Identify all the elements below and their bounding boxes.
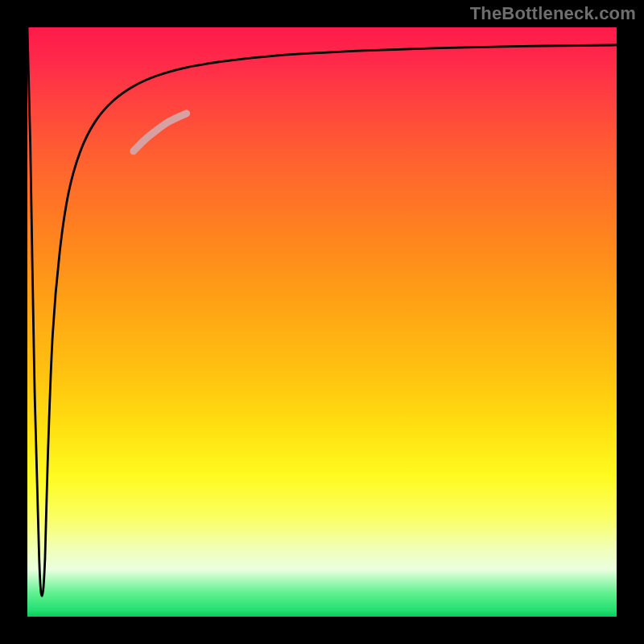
main-curve — [27, 27, 617, 596]
highlight-segment — [134, 114, 187, 151]
axes-frame — [0, 0, 644, 644]
curve-layer — [27, 27, 617, 617]
plot-area — [27, 27, 617, 617]
chart-container: TheBottleneck.com — [0, 0, 644, 644]
watermark-label: TheBottleneck.com — [470, 3, 636, 24]
